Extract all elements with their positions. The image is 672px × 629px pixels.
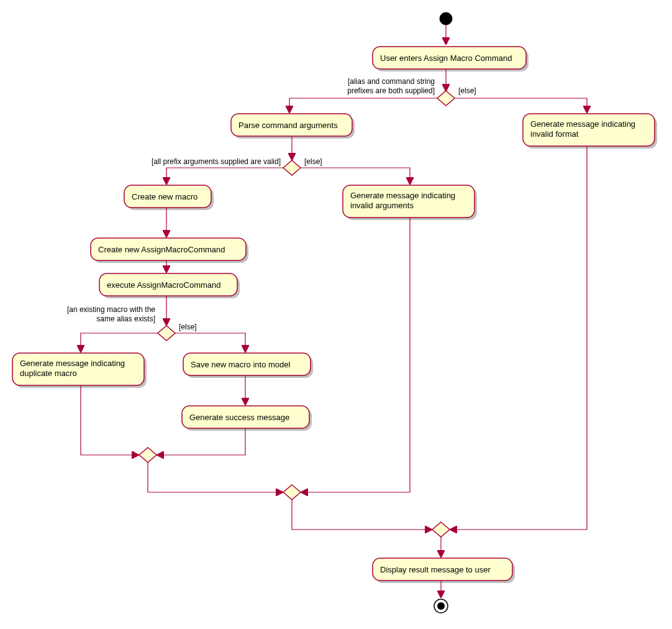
- guard-label: [else]: [304, 157, 322, 166]
- guard-label: [else]: [458, 86, 476, 95]
- activity-label: execute AssignMacroCommand: [107, 280, 221, 290]
- decision-duplicate-macro: [158, 326, 175, 341]
- activity-label: Create new AssignMacroCommand: [98, 245, 225, 254]
- decision-arguments-valid: [283, 160, 301, 175]
- guard-label: prefixes are both supplied]: [347, 86, 435, 95]
- guard-label: [else]: [179, 323, 197, 331]
- activity-diagram: User enters Assign Macro Command [alias …: [0, 0, 672, 629]
- guard-label: [all prefix arguments supplied are valid…: [152, 157, 281, 166]
- activity-label: Generate success message: [189, 413, 289, 422]
- merge-node-3: [432, 522, 450, 537]
- activity-label: Save new macro into model: [191, 360, 291, 369]
- decision-prefixes-supplied: [437, 91, 455, 106]
- guard-label: same alias exists]: [96, 314, 155, 323]
- initial-node: [440, 12, 452, 25]
- guard-label: [alias and command string: [348, 77, 435, 86]
- activity-label: Create new macro: [132, 192, 198, 201]
- merge-node-2: [283, 485, 301, 500]
- merge-node-1: [139, 448, 157, 462]
- guard-label: [an existing macro with the: [67, 305, 155, 314]
- svg-point-20: [437, 602, 445, 610]
- activity-label: Display result message to user: [380, 565, 491, 574]
- activity-label: Parse command arguments: [238, 121, 338, 130]
- activity-label: User enters Assign Macro Command: [380, 53, 512, 63]
